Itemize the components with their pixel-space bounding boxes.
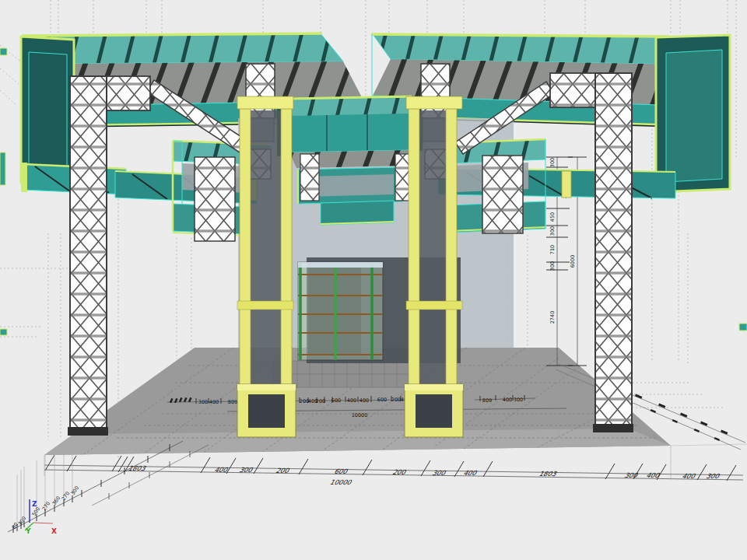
axis-y-label: Y <box>25 527 31 535</box>
dim-label: 300 <box>549 158 556 167</box>
right-mid-truss <box>482 156 523 233</box>
dim-label: 600 <box>331 397 341 404</box>
dim-label: 400 <box>503 397 512 403</box>
axis-z-label: Z <box>32 500 37 508</box>
left-tower-arm <box>105 76 150 110</box>
cad-scene: 300 400 809 1691 200 400 200 600 400 400… <box>0 0 747 560</box>
dim-label: 400 <box>209 399 219 405</box>
dim-total-label: 6000 <box>570 255 576 268</box>
outer-left-tower <box>70 76 107 434</box>
inner-right-tower <box>421 64 450 118</box>
dim-label: 300 <box>514 397 523 403</box>
safety-cage <box>298 262 383 360</box>
dim-label: 710 <box>549 245 556 254</box>
outer-right-tower <box>595 73 632 431</box>
right-yellow-column <box>405 96 463 437</box>
left-yellow-column <box>237 96 296 437</box>
center-tile-strip <box>272 361 412 387</box>
dim-label: 300 <box>198 399 208 405</box>
dim-label: 200 <box>391 397 401 403</box>
dim-label: 450 <box>549 212 556 222</box>
dim-label: 400 <box>347 397 356 404</box>
dim-total-label: 10000 <box>352 412 368 418</box>
dim-label: 2740 <box>549 311 556 324</box>
dim-label: 809 <box>228 399 237 405</box>
center-left-truss <box>300 154 319 201</box>
dim-label: 600 <box>377 397 387 403</box>
dim-label: 300 <box>549 261 556 271</box>
dim-label: 809 <box>482 397 492 404</box>
cad-3d-viewport[interactable]: 300 400 809 1691 200 400 200 600 400 400… <box>0 0 747 560</box>
dim-total-label: 10000 <box>328 479 353 486</box>
left-mid-truss <box>195 157 235 241</box>
dim-label: 200 <box>316 398 325 404</box>
dim-label: 300 <box>549 226 556 236</box>
dim-label: 400 <box>359 397 369 404</box>
axis-x-label: X <box>51 527 57 535</box>
right-tower-arm <box>550 73 597 107</box>
